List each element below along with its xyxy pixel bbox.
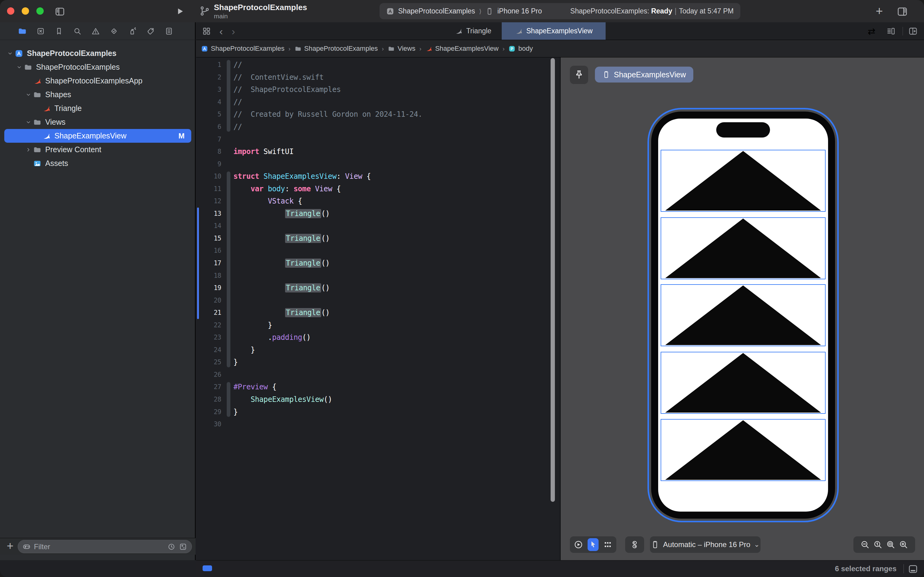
code-line-9[interactable]: 9 [196,158,560,170]
go-forward-icon[interactable]: › [232,25,235,37]
breadcrumb-shapeprotocolexamples[interactable]: ShapeProtocolExamples [201,45,285,53]
selectable-mode-button[interactable] [588,538,599,551]
code-line-18[interactable]: 18 [196,269,560,282]
code-line-30[interactable]: 30 [196,418,560,430]
sidebar-item-file-triangle[interactable]: Triangle [0,102,196,115]
code-line-25[interactable]: 25} [196,356,560,369]
sidebar-item-group-preview-content[interactable]: Preview Content [0,143,196,156]
close-window-button[interactable] [7,7,14,15]
disclosure-closed-icon[interactable] [24,147,33,153]
sidebar-item-file-assets[interactable]: Assets [0,156,196,170]
add-tab-button[interactable]: + [876,4,883,18]
disclosure-open-icon[interactable] [5,50,14,57]
adjust-editor-options-icon[interactable] [886,26,896,36]
variants-icon[interactable] [603,540,613,550]
disclosure-open-icon[interactable] [14,64,24,71]
code-line-21[interactable]: 21 Triangle() [196,306,560,319]
toggle-inspector-icon[interactable] [897,6,908,18]
triangle-view-1[interactable] [661,150,826,212]
code-line-17[interactable]: 17 Triangle() [196,257,560,269]
code-line-5[interactable]: 5// Created by Russell Gordon on 2024-11… [196,108,560,121]
disclosure-open-icon[interactable] [24,91,33,98]
navigator-report-list-icon[interactable] [164,27,174,36]
navigator-folder-nav-icon[interactable] [18,27,27,36]
pin-preview-button[interactable] [570,65,589,84]
scm-status-filter-icon[interactable] [179,543,187,551]
run-button[interactable] [175,7,185,16]
zoom-out-icon[interactable] [860,540,870,550]
code-line-2[interactable]: 2// ContentView.swift [196,71,560,84]
code-line-27[interactable]: 27#Preview { [196,381,560,393]
navigator-tag-icon[interactable] [146,27,155,36]
tab-triangle[interactable]: Triangle [444,22,502,40]
navigator-diamond-check-icon[interactable] [109,27,119,36]
recent-files-clock-icon[interactable] [167,543,176,551]
code-line-28[interactable]: 28 ShapeExamplesView() [196,393,560,406]
code-line-24[interactable]: 24 } [196,344,560,356]
minimize-window-button[interactable] [22,7,29,15]
toggle-navigator-icon[interactable] [55,6,65,17]
code-line-20[interactable]: 20 [196,294,560,306]
zoom-fit-icon[interactable] [886,540,896,550]
source-editor[interactable]: 1//2// ContentView.swift3// ShapeProtoco… [196,58,560,560]
zoom-window-button[interactable] [36,7,44,15]
related-items-icon[interactable] [202,26,211,36]
navigator-grid-x-icon[interactable] [36,27,45,36]
code-line-29[interactable]: 29} [196,406,560,418]
breadcrumb-views[interactable]: Views [388,45,415,53]
code-line-16[interactable]: 16 [196,245,560,257]
zoom-in-icon[interactable] [899,540,908,550]
breadcrumb-shapeexamplesview[interactable]: ShapeExamplesView [425,45,499,53]
triangle-view-3[interactable] [661,284,826,346]
split-editor-icon[interactable] [908,26,918,36]
sidebar-item-file-shapeexamplesview[interactable]: ShapeExamplesViewM [4,129,191,143]
code-line-19[interactable]: 19 Triangle() [196,282,560,294]
code-line-6[interactable]: 6// [196,121,560,133]
triangle-view-2[interactable] [661,217,826,279]
navigator-spray-icon[interactable] [128,27,137,36]
sidebar-item-file-shapeprotocolexamplesapp[interactable]: ShapeProtocolExamplesApp [0,74,196,88]
breadcrumb-body[interactable]: Pbody [509,45,533,53]
code-line-11[interactable]: 11 var body: some View { [196,182,560,195]
sidebar-item-group-shapeprotocolexamples[interactable]: ShapeProtocolExamples [0,60,196,74]
triangle-view-5[interactable] [661,419,826,481]
activity-scheme-bar[interactable]: ShapeProtocolExamples ⟩ iPhone 16 Pro Sh… [380,3,740,19]
code-line-7[interactable]: 7 [196,133,560,145]
zoom-actual-icon[interactable] [873,540,883,550]
navigator-search-icon[interactable] [73,27,82,36]
code-line-12[interactable]: 12 VStack { [196,195,560,208]
tab-shapeexamplesview[interactable]: ShapeExamplesView [502,22,605,40]
toggle-debug-area-icon[interactable] [908,564,919,575]
code-line-8[interactable]: 8import SwiftUI [196,145,560,158]
disclosure-open-icon[interactable] [24,119,33,126]
code-line-23[interactable]: 23 .padding() [196,331,560,344]
go-back-icon[interactable]: ‹ [219,25,223,37]
editor-scrollbar[interactable] [551,58,555,502]
scheme-device-label[interactable]: iPhone 16 Pro [497,7,542,15]
navigator-warning-icon[interactable] [91,27,100,36]
add-item-button[interactable]: + [7,539,13,553]
code-line-3[interactable]: 3// ShapeProtocolExamples [196,84,560,96]
live-preview-icon[interactable] [573,540,583,550]
code-line-13[interactable]: 13 Triangle() [196,208,560,220]
scheme-project-label[interactable]: ShapeProtocolExamples [398,7,475,15]
triangle-view-4[interactable] [661,352,826,414]
preview-device-icon [602,71,610,79]
code-line-26[interactable]: 26 [196,369,560,381]
preview-device-menu[interactable]: Automatic – iPhone 16 Pro ⌄ [650,536,761,553]
preview-view-pill[interactable]: ShapeExamplesView [595,67,693,82]
code-line-15[interactable]: 15 Triangle() [196,232,560,245]
navigator-bookmark-icon[interactable] [55,27,64,36]
code-line-1[interactable]: 1// [196,59,560,71]
code-line-10[interactable]: 10struct ShapeExamplesView: View { [196,170,560,183]
filter-field[interactable]: Filter [18,540,192,553]
sidebar-item-project-root[interactable]: ShapeProtocolExamples [0,47,196,60]
device-settings-icon[interactable] [630,540,639,550]
code-line-22[interactable]: 22 } [196,319,560,331]
code-line-4[interactable]: 4// [196,96,560,108]
swap-editor-icon[interactable]: ⇄ [868,26,876,37]
breadcrumb-shapeprotocolexamples[interactable]: ShapeProtocolExamples [295,45,378,53]
sidebar-item-group-views[interactable]: Views [0,115,196,129]
sidebar-item-group-shapes[interactable]: Shapes [0,88,196,102]
code-line-14[interactable]: 14 [196,220,560,232]
